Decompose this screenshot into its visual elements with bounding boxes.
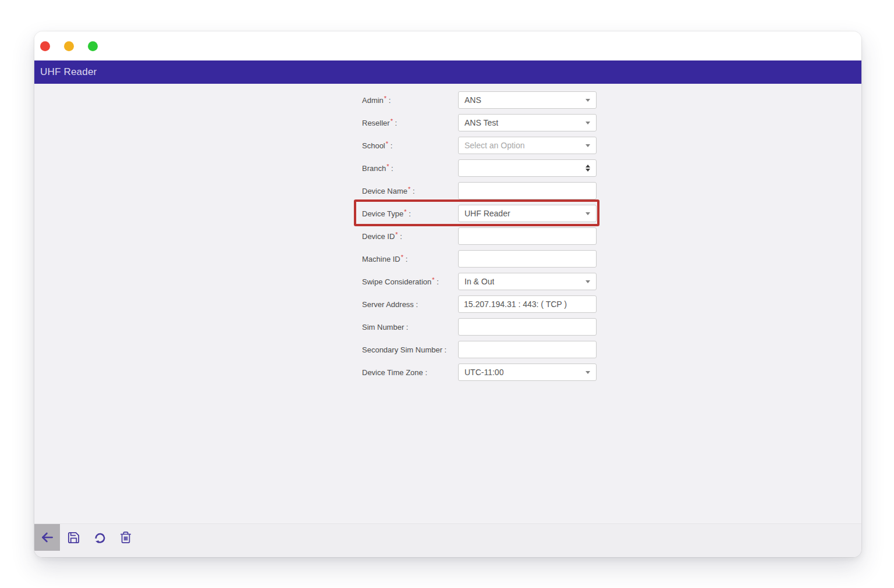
required-marker: * — [408, 186, 410, 193]
form-row-device-time-zone: Device Time Zone :UTC-11:00 — [362, 364, 597, 381]
required-marker: * — [386, 140, 388, 147]
select-value: In & Out — [464, 277, 494, 286]
chevron-down-icon — [586, 371, 590, 374]
label-colon: : — [423, 368, 427, 377]
arrow-left-icon — [40, 530, 55, 545]
form-row-server-address: Server Address : — [362, 295, 597, 313]
secondary-sim-number-input[interactable] — [458, 341, 597, 358]
label-colon: : — [442, 345, 446, 354]
select-value: UTC-11:00 — [464, 368, 503, 377]
field-label-text: Reseller — [362, 119, 390, 127]
device-form: Admin* :ANSReseller* :ANS TestSchool* :S… — [362, 91, 597, 381]
app-header-bar: UHF Reader — [34, 60, 861, 84]
label-colon: : — [404, 323, 408, 332]
label-colon: : — [389, 164, 393, 173]
required-marker: * — [384, 95, 386, 102]
field-label-text: Machine ID — [362, 255, 400, 263]
field-label: Device Type* : — [362, 209, 458, 218]
select-value: ANS — [464, 95, 481, 105]
trash-icon — [119, 531, 132, 544]
reset-button[interactable] — [87, 524, 112, 551]
field-label-text: Admin — [362, 96, 384, 105]
label-colon: : — [386, 96, 391, 105]
chevron-down-icon — [586, 280, 590, 283]
field-label-text: Branch — [362, 164, 386, 173]
label-colon: : — [398, 232, 402, 241]
device-type-select[interactable]: UHF Reader — [458, 205, 597, 222]
field-label-text: Device Name — [362, 187, 407, 195]
field-label: Device ID* : — [362, 232, 458, 241]
save-icon — [67, 531, 80, 544]
field-label: Device Time Zone : — [362, 368, 458, 377]
select-value: ANS Test — [464, 118, 498, 127]
form-row-secondary-sim-number: Secondary Sim Number : — [362, 341, 597, 358]
field-label-text: Swipe Consideration — [362, 277, 431, 286]
form-row-admin: Admin* :ANS — [362, 91, 597, 109]
field-label: Reseller* : — [362, 119, 458, 127]
required-marker: * — [432, 276, 434, 283]
branch-select[interactable] — [458, 159, 597, 177]
label-colon: : — [403, 255, 407, 263]
server-address-input[interactable] — [458, 295, 597, 313]
form-row-reseller: Reseller* :ANS Test — [362, 114, 597, 131]
field-label: Device Name* : — [362, 187, 458, 195]
chevron-down-icon — [586, 99, 590, 102]
label-colon: : — [414, 300, 418, 309]
page-title: UHF Reader — [40, 66, 97, 78]
save-button[interactable] — [61, 524, 86, 551]
field-label: Machine ID* : — [362, 255, 458, 263]
field-label: Server Address : — [362, 300, 458, 309]
bottom-toolbar — [34, 523, 861, 557]
chevron-down-icon — [586, 144, 590, 147]
device-id-input[interactable] — [458, 227, 597, 245]
reset-icon — [93, 531, 107, 544]
school-select[interactable]: Select an Option — [458, 137, 597, 154]
label-colon: : — [410, 187, 414, 195]
form-row-school: School* :Select an Option — [362, 137, 597, 154]
field-label: Branch* : — [362, 164, 458, 173]
page-content: Admin* :ANSReseller* :ANS TestSchool* :S… — [34, 84, 861, 557]
chevron-down-icon — [586, 212, 590, 215]
machine-id-input[interactable] — [458, 250, 597, 268]
up-down-stepper-icon — [586, 165, 590, 172]
delete-button[interactable] — [113, 524, 139, 551]
form-row-device-name: Device Name* : — [362, 182, 597, 199]
form-row-machine-id: Machine ID* : — [362, 250, 597, 268]
field-label-text: Device ID — [362, 232, 395, 241]
label-colon: : — [388, 141, 392, 150]
chevron-down-icon — [586, 122, 590, 124]
field-label-text: Secondary Sim Number — [362, 345, 442, 354]
required-marker: * — [401, 254, 403, 261]
form-row-sim-number: Sim Number : — [362, 318, 597, 336]
swipe-consideration-select[interactable]: In & Out — [458, 273, 597, 290]
sim-number-input[interactable] — [458, 318, 597, 336]
reseller-select[interactable]: ANS Test — [458, 114, 597, 131]
field-label-text: School — [362, 141, 385, 150]
back-button[interactable] — [34, 524, 60, 551]
label-colon: : — [407, 209, 411, 218]
admin-select[interactable]: ANS — [458, 91, 597, 109]
required-marker: * — [386, 163, 389, 170]
device-time-zone-select[interactable]: UTC-11:00 — [458, 364, 597, 381]
window-titlebar — [34, 31, 861, 60]
select-value: Select an Option — [464, 141, 525, 150]
app-window: UHF Reader Admin* :ANSReseller* :ANS Tes… — [34, 31, 861, 557]
label-colon: : — [393, 119, 397, 127]
form-row-branch: Branch* : — [362, 159, 597, 177]
zoom-window-button[interactable] — [88, 41, 98, 51]
close-window-button[interactable] — [40, 41, 50, 51]
field-label: Sim Number : — [362, 323, 458, 332]
minimize-window-button[interactable] — [64, 41, 74, 51]
form-row-device-id: Device ID* : — [362, 227, 597, 245]
field-label: Secondary Sim Number : — [362, 345, 458, 354]
field-label-text: Server Address — [362, 300, 414, 309]
label-colon: : — [435, 277, 439, 286]
form-row-device-type: Device Type* :UHF Reader — [362, 205, 597, 222]
required-marker: * — [395, 231, 398, 238]
device-name-input[interactable] — [458, 182, 597, 199]
required-marker: * — [391, 117, 393, 124]
field-label-text: Device Type — [362, 209, 403, 218]
field-label: School* : — [362, 141, 458, 150]
field-label-text: Device Time Zone — [362, 368, 423, 377]
field-label: Swipe Consideration* : — [362, 277, 458, 286]
